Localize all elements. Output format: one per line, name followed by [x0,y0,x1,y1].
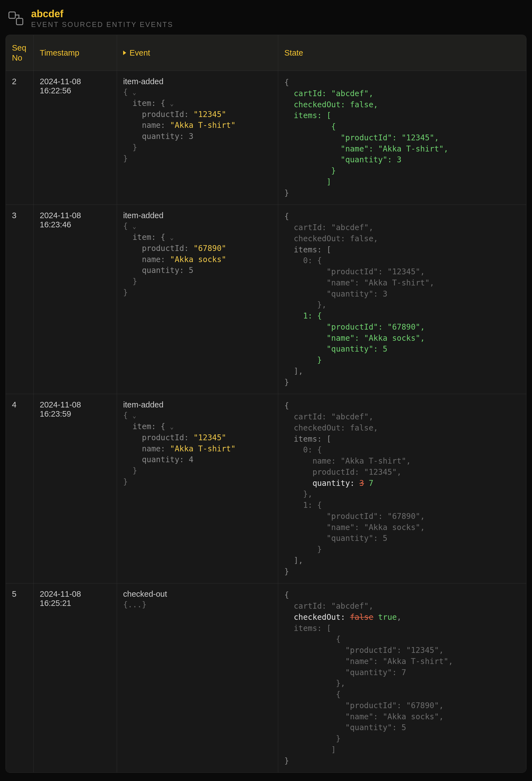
cell-state[interactable]: { cartId: "abcdef", checkedOut: false, i… [278,71,526,205]
cell-seq: 4 [6,394,34,583]
state-body[interactable]: { cartId: "abcdef", checkedOut: false, i… [284,211,520,388]
cell-event[interactable]: item-added{ ⌄ item: { ⌄ productId: "1234… [117,71,278,205]
event-body[interactable]: { ⌄ item: { ⌄ productId: "12345" name: "… [123,410,272,487]
entity-icon [8,10,24,27]
cell-event[interactable]: checked-out{...} [117,583,278,772]
cell-timestamp: 2024-11-08 16:25:21 [34,583,117,772]
event-body[interactable]: { ⌄ item: { ⌄ productId: "12345" name: "… [123,87,272,164]
event-name: item-added [123,211,272,220]
cell-state[interactable]: { cartId: "abcdef", checkedOut: false, i… [278,205,526,394]
page-header: abcdef EVENT SOURCED ENTITY EVENTS [6,6,526,35]
entity-id: abcdef [31,8,173,19]
event-name: item-added [123,77,272,86]
cell-timestamp: 2024-11-08 16:23:46 [34,205,117,394]
col-header-state[interactable]: State [278,35,526,71]
table-row[interactable]: 32024-11-08 16:23:46item-added{ ⌄ item: … [6,205,526,394]
cell-event[interactable]: item-added{ ⌄ item: { ⌄ productId: "6789… [117,205,278,394]
table-row[interactable]: 22024-11-08 16:22:56item-added{ ⌄ item: … [6,71,526,205]
cell-timestamp: 2024-11-08 16:23:59 [34,394,117,583]
cell-timestamp: 2024-11-08 16:22:56 [34,71,117,205]
table-row[interactable]: 42024-11-08 16:23:59item-added{ ⌄ item: … [6,394,526,583]
event-body[interactable]: { ⌄ item: { ⌄ productId: "67890" name: "… [123,221,272,298]
state-body[interactable]: { cartId: "abcdef", checkedOut: false, i… [284,400,520,577]
cell-seq: 3 [6,205,34,394]
cell-state[interactable]: { cartId: "abcdef", checkedOut: false, i… [278,394,526,583]
entity-subtitle: EVENT SOURCED ENTITY EVENTS [31,20,173,29]
cell-seq: 2 [6,71,34,205]
events-table: Seq No Timestamp Event State 22024-11-08… [6,35,526,773]
state-body[interactable]: { cartId: "abcdef", checkedOut: false, i… [284,77,520,199]
sort-indicator-icon [123,51,126,55]
col-header-timestamp[interactable]: Timestamp [34,35,117,71]
event-name: checked-out [123,589,272,599]
event-body[interactable]: {...} [123,599,272,610]
cell-event[interactable]: item-added{ ⌄ item: { ⌄ productId: "1234… [117,394,278,583]
cell-seq: 5 [6,583,34,772]
table-row[interactable]: 52024-11-08 16:25:21checked-out{...}{ ca… [6,583,526,772]
event-name: item-added [123,400,272,409]
col-header-seq[interactable]: Seq No [6,35,34,71]
state-body[interactable]: { cartId: "abcdef", checkedOut: false tr… [284,589,520,766]
col-header-event[interactable]: Event [117,35,278,71]
table-header-row: Seq No Timestamp Event State [6,35,526,71]
svg-rect-1 [16,18,23,25]
svg-rect-0 [9,12,15,18]
cell-state[interactable]: { cartId: "abcdef", checkedOut: false tr… [278,583,526,772]
